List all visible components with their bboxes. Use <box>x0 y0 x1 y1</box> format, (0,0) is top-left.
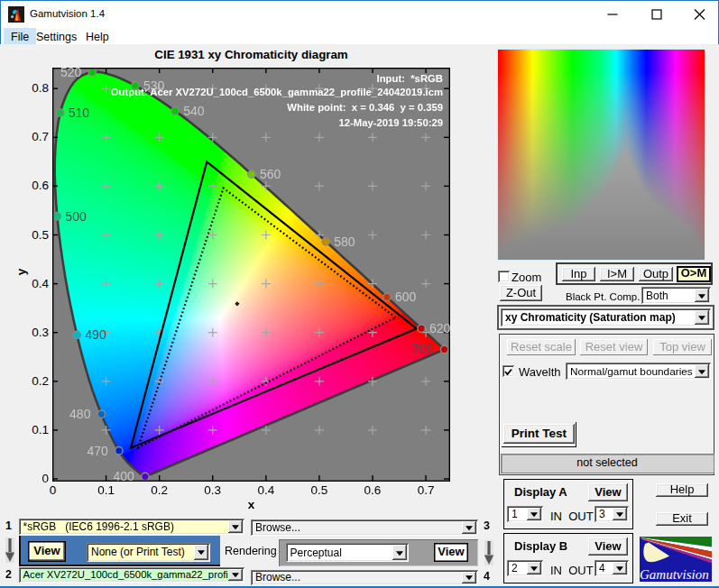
svg-text:Gamutvision: Gamutvision <box>640 567 709 582</box>
